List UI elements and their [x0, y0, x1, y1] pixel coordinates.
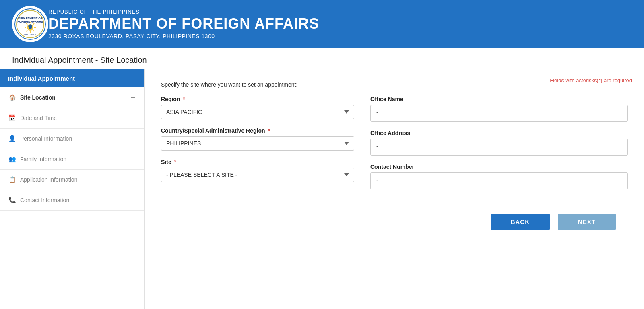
sidebar-item-label-family-info: Family Information — [20, 156, 66, 162]
phone-icon: 📞 — [8, 197, 16, 204]
office-address-value: - — [370, 139, 628, 156]
site-required-star: * — [174, 159, 176, 165]
sidebar-item-application-info[interactable]: 📋 Application Information — [0, 170, 144, 190]
site-label: Site * — [161, 159, 354, 165]
region-select[interactable]: ASIA PACIFIC EUROPE MIDDLE EAST AMERICAS… — [161, 105, 354, 119]
document-icon: 📋 — [8, 176, 16, 183]
address-label: 2330 ROXAS BOULEVARD, PASAY CITY, PHILIP… — [48, 33, 319, 39]
form-right: Office Name - Office Address - Contact N… — [370, 96, 628, 197]
dfa-logo: DEPARTMENT OF FOREIGN AFFAIRS PHILIPPINE… — [12, 6, 48, 42]
country-select[interactable]: PHILIPPINES JAPAN UNITED STATES SINGAPOR… — [161, 136, 354, 151]
next-button[interactable]: NEXT — [558, 214, 616, 230]
sidebar-item-label-site-location: Site Location — [20, 94, 56, 101]
sidebar-item-site-location[interactable]: 🏠 Site Location ← — [0, 87, 144, 108]
region-group: Region * ASIA PACIFIC EUROPE MIDDLE EAST… — [161, 96, 354, 119]
office-name-label: Office Name — [370, 96, 628, 102]
office-name-field: Office Name - — [370, 96, 628, 122]
svg-text:DEPARTMENT OF: DEPARTMENT OF — [18, 17, 42, 20]
site-group: Site * - PLEASE SELECT A SITE - — [161, 159, 354, 182]
country-group: Country/Special Administrative Region * … — [161, 127, 354, 151]
contact-number-field: Contact Number - — [370, 164, 628, 189]
header-text: REPUBLIC OF THE PHILIPPINES DEPARTMENT O… — [48, 9, 319, 40]
office-name-value: - — [370, 105, 628, 122]
site-select[interactable]: - PLEASE SELECT A SITE - — [161, 168, 354, 182]
arrow-icon: ← — [130, 94, 136, 101]
form-left: Region * ASIA PACIFIC EUROPE MIDDLE EAST… — [161, 96, 354, 197]
button-row: BACK NEXT — [161, 197, 628, 242]
sidebar-item-personal-info[interactable]: 👤 Personal Information — [0, 129, 144, 149]
required-note: Fields with asterisks(*) are required — [550, 77, 632, 83]
department-label: DEPARTMENT OF FOREIGN AFFAIRS — [48, 16, 319, 32]
sidebar-item-contact-info[interactable]: 📞 Contact Information — [0, 190, 144, 211]
sidebar-item-family-info[interactable]: 👥 Family Information — [0, 149, 144, 170]
back-button[interactable]: BACK — [491, 214, 550, 230]
sidebar: Individual Appointment 🏠 Site Location ←… — [0, 69, 145, 309]
site-header: DEPARTMENT OF FOREIGN AFFAIRS PHILIPPINE… — [0, 0, 644, 48]
region-required-star: * — [183, 96, 185, 102]
calendar-icon: 📅 — [8, 114, 16, 122]
region-label: Region * — [161, 96, 354, 102]
page-title: Individual Appointment - Site Location — [0, 48, 644, 69]
svg-text:PHILIPPINES: PHILIPPINES — [24, 33, 37, 36]
country-required-star: * — [268, 127, 270, 134]
home-icon: 🏠 — [8, 94, 16, 101]
sidebar-item-label-contact-info: Contact Information — [20, 197, 69, 203]
sidebar-item-label-date-time: Date and Time — [20, 115, 57, 121]
country-label: Country/Special Administrative Region * — [161, 127, 354, 134]
sidebar-item-label-personal-info: Personal Information — [20, 135, 72, 142]
sidebar-header: Individual Appointment — [0, 69, 144, 87]
contact-number-value: - — [370, 172, 628, 189]
republic-label: REPUBLIC OF THE PHILIPPINES — [48, 9, 319, 15]
main-layout: Individual Appointment 🏠 Site Location ←… — [0, 69, 644, 309]
sidebar-item-label-application-info: Application Information — [20, 176, 77, 183]
sidebar-item-date-time[interactable]: 📅 Date and Time — [0, 108, 144, 129]
office-address-label: Office Address — [370, 130, 628, 136]
contact-number-label: Contact Number — [370, 164, 628, 170]
office-address-field: Office Address - — [370, 130, 628, 156]
people-icon: 👥 — [8, 156, 16, 163]
person-icon: 👤 — [8, 135, 16, 142]
content-area: Fields with asterisks(*) are required Sp… — [145, 69, 644, 309]
form-columns: Region * ASIA PACIFIC EUROPE MIDDLE EAST… — [161, 96, 628, 197]
